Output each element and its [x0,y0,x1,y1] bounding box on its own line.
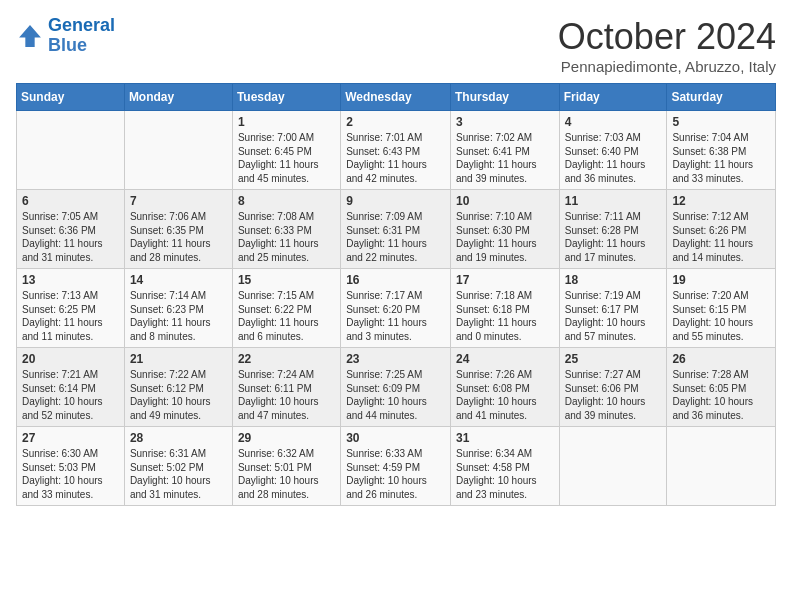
day-info: Sunrise: 6:31 AMSunset: 5:02 PMDaylight:… [130,447,227,501]
day-info: Sunrise: 7:08 AMSunset: 6:33 PMDaylight:… [238,210,335,264]
day-number: 23 [346,352,445,366]
day-info: Sunrise: 7:21 AMSunset: 6:14 PMDaylight:… [22,368,119,422]
calendar-cell: 19Sunrise: 7:20 AMSunset: 6:15 PMDayligh… [667,269,776,348]
calendar-cell: 13Sunrise: 7:13 AMSunset: 6:25 PMDayligh… [17,269,125,348]
day-number: 25 [565,352,662,366]
day-number: 9 [346,194,445,208]
day-number: 5 [672,115,770,129]
day-info: Sunrise: 7:05 AMSunset: 6:36 PMDaylight:… [22,210,119,264]
day-number: 31 [456,431,554,445]
day-info: Sunrise: 7:20 AMSunset: 6:15 PMDaylight:… [672,289,770,343]
calendar-week-3: 13Sunrise: 7:13 AMSunset: 6:25 PMDayligh… [17,269,776,348]
logo-line2: Blue [48,35,87,55]
day-number: 21 [130,352,227,366]
day-number: 19 [672,273,770,287]
day-info: Sunrise: 7:11 AMSunset: 6:28 PMDaylight:… [565,210,662,264]
calendar-cell: 12Sunrise: 7:12 AMSunset: 6:26 PMDayligh… [667,190,776,269]
day-info: Sunrise: 7:26 AMSunset: 6:08 PMDaylight:… [456,368,554,422]
day-info: Sunrise: 7:10 AMSunset: 6:30 PMDaylight:… [456,210,554,264]
calendar-cell: 22Sunrise: 7:24 AMSunset: 6:11 PMDayligh… [232,348,340,427]
day-number: 7 [130,194,227,208]
calendar-cell: 30Sunrise: 6:33 AMSunset: 4:59 PMDayligh… [341,427,451,506]
day-info: Sunrise: 7:12 AMSunset: 6:26 PMDaylight:… [672,210,770,264]
day-number: 10 [456,194,554,208]
calendar-cell: 7Sunrise: 7:06 AMSunset: 6:35 PMDaylight… [124,190,232,269]
day-info: Sunrise: 7:24 AMSunset: 6:11 PMDaylight:… [238,368,335,422]
logo-line1: General [48,15,115,35]
day-number: 26 [672,352,770,366]
calendar-cell [17,111,125,190]
day-number: 1 [238,115,335,129]
calendar-cell: 31Sunrise: 6:34 AMSunset: 4:58 PMDayligh… [450,427,559,506]
calendar-cell: 18Sunrise: 7:19 AMSunset: 6:17 PMDayligh… [559,269,667,348]
day-number: 11 [565,194,662,208]
calendar-cell: 29Sunrise: 6:32 AMSunset: 5:01 PMDayligh… [232,427,340,506]
day-number: 13 [22,273,119,287]
calendar-cell: 14Sunrise: 7:14 AMSunset: 6:23 PMDayligh… [124,269,232,348]
day-info: Sunrise: 6:33 AMSunset: 4:59 PMDaylight:… [346,447,445,501]
header: General Blue October 2024 Pennapiedimont… [16,16,776,75]
day-info: Sunrise: 6:32 AMSunset: 5:01 PMDaylight:… [238,447,335,501]
day-number: 22 [238,352,335,366]
calendar-cell: 28Sunrise: 6:31 AMSunset: 5:02 PMDayligh… [124,427,232,506]
logo: General Blue [16,16,115,56]
day-info: Sunrise: 7:15 AMSunset: 6:22 PMDaylight:… [238,289,335,343]
header-day-friday: Friday [559,84,667,111]
day-info: Sunrise: 7:09 AMSunset: 6:31 PMDaylight:… [346,210,445,264]
calendar-week-5: 27Sunrise: 6:30 AMSunset: 5:03 PMDayligh… [17,427,776,506]
day-info: Sunrise: 6:34 AMSunset: 4:58 PMDaylight:… [456,447,554,501]
day-number: 6 [22,194,119,208]
calendar-cell: 4Sunrise: 7:03 AMSunset: 6:40 PMDaylight… [559,111,667,190]
calendar-cell: 24Sunrise: 7:26 AMSunset: 6:08 PMDayligh… [450,348,559,427]
day-number: 30 [346,431,445,445]
day-info: Sunrise: 7:01 AMSunset: 6:43 PMDaylight:… [346,131,445,185]
day-number: 3 [456,115,554,129]
day-info: Sunrise: 7:04 AMSunset: 6:38 PMDaylight:… [672,131,770,185]
header-day-thursday: Thursday [450,84,559,111]
logo-icon [16,22,44,50]
calendar-cell: 17Sunrise: 7:18 AMSunset: 6:18 PMDayligh… [450,269,559,348]
header-day-sunday: Sunday [17,84,125,111]
calendar-cell: 25Sunrise: 7:27 AMSunset: 6:06 PMDayligh… [559,348,667,427]
day-number: 14 [130,273,227,287]
day-info: Sunrise: 7:00 AMSunset: 6:45 PMDaylight:… [238,131,335,185]
header-day-monday: Monday [124,84,232,111]
day-number: 12 [672,194,770,208]
day-info: Sunrise: 7:03 AMSunset: 6:40 PMDaylight:… [565,131,662,185]
day-number: 28 [130,431,227,445]
month-title: October 2024 [558,16,776,58]
calendar-cell: 26Sunrise: 7:28 AMSunset: 6:05 PMDayligh… [667,348,776,427]
day-info: Sunrise: 7:17 AMSunset: 6:20 PMDaylight:… [346,289,445,343]
calendar-cell: 11Sunrise: 7:11 AMSunset: 6:28 PMDayligh… [559,190,667,269]
day-number: 27 [22,431,119,445]
location: Pennapiedimonte, Abruzzo, Italy [558,58,776,75]
calendar-cell: 9Sunrise: 7:09 AMSunset: 6:31 PMDaylight… [341,190,451,269]
calendar-cell: 1Sunrise: 7:00 AMSunset: 6:45 PMDaylight… [232,111,340,190]
day-info: Sunrise: 7:19 AMSunset: 6:17 PMDaylight:… [565,289,662,343]
day-number: 20 [22,352,119,366]
calendar-cell [124,111,232,190]
day-info: Sunrise: 7:06 AMSunset: 6:35 PMDaylight:… [130,210,227,264]
day-number: 24 [456,352,554,366]
day-number: 4 [565,115,662,129]
day-info: Sunrise: 7:25 AMSunset: 6:09 PMDaylight:… [346,368,445,422]
calendar-cell: 27Sunrise: 6:30 AMSunset: 5:03 PMDayligh… [17,427,125,506]
header-day-saturday: Saturday [667,84,776,111]
day-number: 8 [238,194,335,208]
calendar-cell: 15Sunrise: 7:15 AMSunset: 6:22 PMDayligh… [232,269,340,348]
calendar-cell: 21Sunrise: 7:22 AMSunset: 6:12 PMDayligh… [124,348,232,427]
day-info: Sunrise: 7:27 AMSunset: 6:06 PMDaylight:… [565,368,662,422]
day-info: Sunrise: 7:02 AMSunset: 6:41 PMDaylight:… [456,131,554,185]
header-day-wednesday: Wednesday [341,84,451,111]
day-info: Sunrise: 7:18 AMSunset: 6:18 PMDaylight:… [456,289,554,343]
calendar-cell: 8Sunrise: 7:08 AMSunset: 6:33 PMDaylight… [232,190,340,269]
svg-marker-0 [19,25,41,47]
calendar-cell: 2Sunrise: 7:01 AMSunset: 6:43 PMDaylight… [341,111,451,190]
calendar-cell: 16Sunrise: 7:17 AMSunset: 6:20 PMDayligh… [341,269,451,348]
header-day-tuesday: Tuesday [232,84,340,111]
title-block: October 2024 Pennapiedimonte, Abruzzo, I… [558,16,776,75]
calendar-cell: 3Sunrise: 7:02 AMSunset: 6:41 PMDaylight… [450,111,559,190]
day-info: Sunrise: 6:30 AMSunset: 5:03 PMDaylight:… [22,447,119,501]
day-number: 17 [456,273,554,287]
calendar-cell [667,427,776,506]
